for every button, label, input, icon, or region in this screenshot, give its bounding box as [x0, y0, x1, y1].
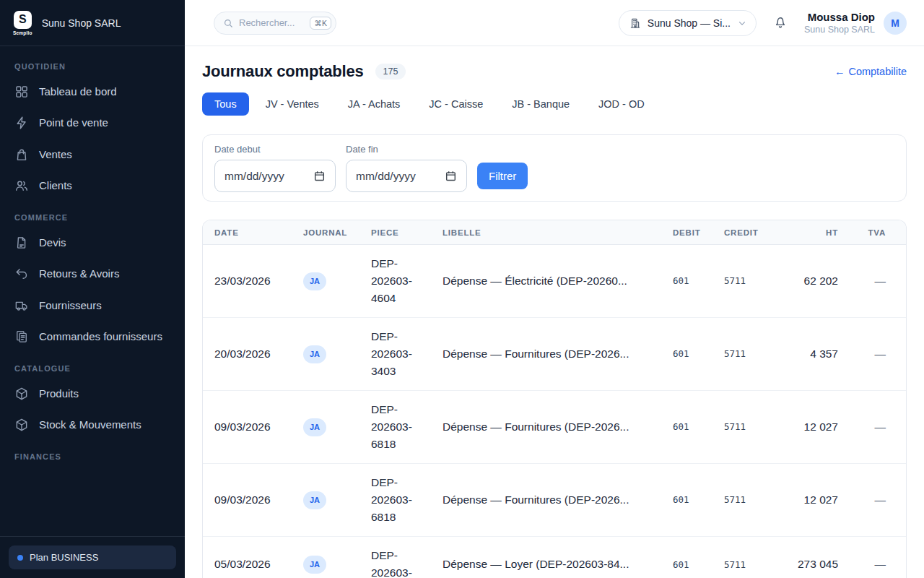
cell-date: 20/03/2026 — [203, 318, 292, 391]
table-row[interactable]: 23/03/2026JADEP-202603-4604Dépense — Éle… — [203, 245, 906, 318]
filter-button[interactable]: Filtrer — [477, 163, 528, 189]
table-row[interactable]: 09/03/2026JADEP-202603-6818Dépense — Fou… — [203, 391, 906, 464]
count-badge: 175 — [375, 64, 406, 79]
journal-badge: JA — [303, 556, 326, 574]
cell-ht: 12 027 — [777, 391, 850, 464]
sidebar-item-produits[interactable]: Produits — [0, 378, 185, 410]
table-row[interactable]: 20/03/2026JADEP-202603-3403Dépense — Fou… — [203, 318, 906, 391]
cell-ht: 273 045 — [777, 537, 850, 578]
sidebar-item-label: Produits — [39, 386, 79, 402]
sidebar-section-catalogue: CATALOGUE — [0, 353, 185, 378]
cell-tva: — — [850, 537, 906, 578]
date-end-input[interactable]: mm/dd/yyyy — [346, 160, 467, 192]
journals-table: DATEJOURNALPIECELIBELLEDEBITCREDITHTTVA … — [202, 220, 907, 578]
sidebar-item-tableau-de-bord[interactable]: Tableau de bord — [0, 76, 185, 108]
sidebar-item-label: Fournisseurs — [39, 298, 102, 314]
company-name: Sunu Shop SARL — [42, 17, 121, 29]
cell-credit: 5711 — [712, 391, 777, 464]
search-field[interactable] — [239, 17, 304, 28]
cell-date: 23/03/2026 — [203, 245, 292, 318]
tab-tous[interactable]: Tous — [202, 92, 249, 116]
date-end-field: Date fin mm/dd/yyyy — [346, 144, 467, 192]
shopping-bag-icon — [14, 147, 29, 162]
cell-debit: 601 — [661, 464, 712, 537]
table-row[interactable]: 09/03/2026JADEP-202603-6818Dépense — Fou… — [203, 464, 906, 537]
date-end-label: Date fin — [346, 144, 467, 155]
keyboard-shortcut-badge: ⌘K — [310, 17, 331, 30]
search-input[interactable]: ⌘K — [214, 12, 336, 35]
plan-label: Plan BUSINESS — [30, 552, 98, 563]
column-header-credit: CREDIT — [712, 220, 777, 245]
table-row[interactable]: 05/03/2026JADEP-202603-Dépense — Loyer (… — [203, 537, 906, 578]
cell-credit: 5711 — [712, 318, 777, 391]
table-header-row: DATEJOURNALPIECELIBELLEDEBITCREDITHTTVA — [203, 220, 906, 245]
document-icon — [14, 236, 29, 250]
sidebar-item-ventes[interactable]: Ventes — [0, 139, 185, 171]
cell-date: 05/03/2026 — [203, 537, 292, 578]
tab-jb-banque[interactable]: JB - Banque — [500, 92, 582, 116]
calendar-icon — [313, 170, 326, 182]
cell-tva: — — [850, 464, 906, 537]
logo-brand-text: Semplio — [13, 30, 32, 35]
cube-icon — [14, 387, 29, 401]
journal-badge: JA — [303, 345, 326, 363]
sidebar-section-quotidien: QUOTIDIEN — [0, 51, 185, 76]
lightning-icon — [14, 116, 29, 130]
sidebar-item-point-de-vente[interactable]: Point de vente — [0, 108, 185, 139]
cell-libelle: Dépense — Électricité (DEP-20260... — [431, 245, 661, 318]
journal-tabs: TousJV - VentesJA - AchatsJC - CaisseJB … — [202, 92, 907, 116]
cell-journal: JA — [292, 245, 359, 318]
sidebar-item-clients[interactable]: Clients — [0, 171, 185, 202]
topbar: ⌘K Sunu Shop — Si... Moussa Diop Sunu Sh… — [185, 0, 924, 46]
cell-libelle: Dépense — Fournitures (DEP-2026... — [431, 464, 661, 537]
sidebar-item-label: Tableau de bord — [39, 84, 117, 100]
sidebar-item-devis[interactable]: Devis — [0, 227, 185, 259]
avatar[interactable]: M — [884, 12, 907, 35]
sidebar-item-retours-avoirs[interactable]: Retours & Avoirs — [0, 259, 185, 290]
org-switcher[interactable]: Sunu Shop — Si... — [619, 10, 757, 36]
sidebar: S Semplio Sunu Shop SARL QUOTIDIENTablea… — [0, 0, 185, 578]
cell-journal: JA — [292, 537, 359, 578]
tab-jod-od[interactable]: JOD - OD — [586, 92, 657, 116]
sidebar-section-finances: FINANCES — [0, 441, 185, 466]
page-content: Journaux comptables 175 ← Comptabilite T… — [185, 46, 924, 578]
tab-jc-caisse[interactable]: JC - Caisse — [417, 92, 495, 116]
cell-tva: — — [850, 245, 906, 318]
column-header-tva: TVA — [850, 220, 906, 245]
cell-tva: — — [850, 391, 906, 464]
sidebar-item-commandes-fournisseurs[interactable]: Commandes fournisseurs — [0, 322, 185, 353]
sidebar-item-label: Clients — [39, 178, 72, 194]
cube-icon — [14, 418, 29, 432]
column-header-piece: PIECE — [359, 220, 431, 245]
date-start-input[interactable]: mm/dd/yyyy — [214, 160, 336, 192]
cell-debit: 601 — [661, 537, 712, 578]
grid-icon — [14, 85, 29, 99]
sidebar-item-fournisseurs[interactable]: Fournisseurs — [0, 290, 185, 322]
user-org: Sunu Shop SARL — [804, 25, 875, 35]
sidebar-item-stock-mouvements[interactable]: Stock & Mouvements — [0, 410, 185, 441]
users-icon — [14, 178, 29, 193]
user-info: Moussa Diop Sunu Shop SARL — [804, 11, 875, 35]
sidebar-item-label: Stock & Mouvements — [39, 417, 141, 434]
main-area: ⌘K Sunu Shop — Si... Moussa Diop Sunu Sh… — [185, 0, 924, 578]
cell-tva: — — [850, 318, 906, 391]
tab-jv-ventes[interactable]: JV - Ventes — [253, 92, 331, 116]
back-to-comptabilite-link[interactable]: ← Comptabilite — [834, 66, 907, 77]
column-header-libelle: LIBELLE — [431, 220, 661, 245]
tab-ja-achats[interactable]: JA - Achats — [336, 92, 413, 116]
cell-ht: 12 027 — [777, 464, 850, 537]
page-header: Journaux comptables 175 ← Comptabilite — [202, 62, 907, 81]
notifications-bell-icon[interactable] — [772, 15, 788, 31]
search-icon — [223, 18, 233, 28]
sidebar-header: S Semplio Sunu Shop SARL — [0, 0, 185, 46]
sidebar-item-label: Commandes fournisseurs — [39, 329, 162, 345]
cell-ht: 4 357 — [777, 318, 850, 391]
return-arrow-icon — [14, 267, 29, 281]
sidebar-item-label: Ventes — [39, 147, 72, 163]
semplio-logo: S Semplio — [13, 11, 32, 35]
sidebar-nav: QUOTIDIENTableau de bordPoint de venteVe… — [0, 46, 185, 536]
clipboard-icon — [14, 329, 29, 344]
cell-piece: DEP-202603- — [359, 537, 431, 578]
plan-badge[interactable]: Plan BUSINESS — [9, 545, 176, 569]
org-switcher-label: Sunu Shop — Si... — [648, 17, 731, 29]
